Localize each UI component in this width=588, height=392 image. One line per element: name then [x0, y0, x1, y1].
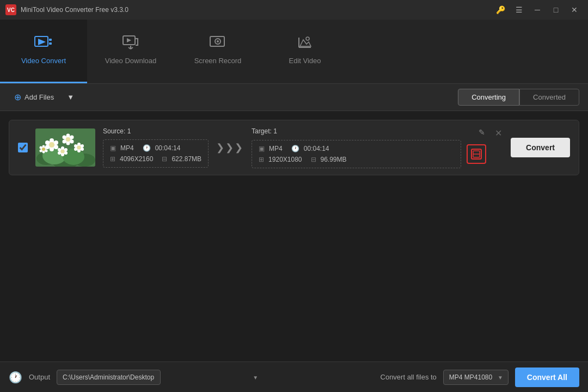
title-bar-right: 🔑 ☰ ─ □ ✕: [492, 3, 583, 16]
screen-record-icon: [209, 34, 227, 52]
tab-video-download[interactable]: Video Download: [87, 20, 174, 83]
svg-point-45: [61, 146, 64, 150]
file-close-btn[interactable]: ✕: [494, 127, 503, 139]
svg-point-23: [54, 145, 58, 149]
menu-btn[interactable]: ☰: [511, 3, 527, 16]
svg-point-55: [45, 150, 48, 152]
source-format-row: ▣ MP4 🕐 00:04:14: [110, 144, 201, 152]
svg-point-41: [74, 148, 77, 151]
output-path-select[interactable]: C:\Users\Administrator\Desktop: [57, 370, 161, 385]
svg-point-38: [81, 144, 84, 148]
svg-point-48: [61, 153, 64, 156]
edit-video-icon: [296, 34, 314, 52]
target-size-icon: ⊟: [311, 156, 316, 163]
source-label: Source: 1: [103, 127, 209, 135]
svg-point-57: [40, 150, 42, 152]
format-icon: ▣: [110, 144, 116, 152]
svg-point-37: [77, 143, 81, 146]
source-duration: 00:04:14: [155, 144, 181, 152]
source-res-row: ⊞ 4096X2160 ⊟ 622.87MB: [110, 155, 201, 163]
svg-point-21: [50, 138, 54, 143]
add-icon: ⊕: [14, 92, 21, 102]
target-settings-icon[interactable]: [467, 144, 486, 164]
res-icon: ⊞: [110, 155, 115, 163]
add-files-button[interactable]: ⊕ Add Files: [9, 89, 59, 106]
settings-svg: [471, 149, 482, 160]
svg-point-47: [64, 151, 68, 155]
main-content: Source: 1 ▣ MP4 🕐 00:04:14 ⊞ 4096X2160 ⊟…: [0, 111, 588, 362]
target-row: ▣ MP4 🕐 00:04:14 ⊞ 1920X1080 ⊟ 96.99MB: [252, 140, 486, 168]
target-size: 96.99MB: [321, 156, 347, 163]
svg-point-43: [77, 146, 81, 150]
tab-screen-record-label: Screen Record: [194, 57, 242, 65]
source-format: MP4: [120, 144, 134, 152]
target-duration: 00:04:14: [304, 145, 329, 152]
svg-point-10: [217, 40, 219, 42]
tab-screen-record[interactable]: Screen Record: [174, 20, 261, 83]
svg-point-33: [63, 140, 66, 144]
svg-point-56: [42, 151, 45, 154]
svg-point-39: [81, 148, 84, 151]
maximize-btn[interactable]: □: [548, 3, 564, 16]
minimize-btn[interactable]: ─: [529, 3, 546, 16]
svg-point-59: [42, 148, 45, 151]
target-edit-btn[interactable]: ✎: [477, 127, 486, 138]
source-resolution: 4096X2160: [120, 155, 153, 163]
target-header: Target: 1 ✎: [252, 127, 486, 138]
target-format: MP4: [269, 145, 283, 152]
svg-point-58: [40, 146, 42, 149]
tab-edit-video[interactable]: Edit Video: [261, 20, 348, 83]
converted-tab-pill[interactable]: Converted: [519, 89, 579, 106]
converting-tab-pill[interactable]: Converting: [458, 89, 519, 106]
convert-all-button[interactable]: Convert All: [515, 367, 579, 387]
target-area: Target: 1 ✎ ▣ MP4 🕐 00:04:14 ⊞ 1920X1080…: [252, 127, 486, 168]
output-label: Output: [29, 373, 50, 381]
svg-point-31: [70, 140, 74, 144]
svg-point-46: [64, 148, 68, 151]
close-btn[interactable]: ✕: [566, 3, 583, 16]
output-clock-icon: 🕐: [9, 371, 22, 384]
tab-video-convert[interactable]: Video Convert: [0, 20, 87, 83]
target-res-row: ⊞ 1920X1080 ⊟ 96.99MB: [259, 156, 454, 163]
video-convert-icon: [34, 34, 53, 52]
file-thumbnail: [35, 128, 95, 167]
svg-point-27: [49, 142, 54, 148]
add-files-dropdown-btn[interactable]: ▼: [65, 90, 76, 105]
target-clock-icon: 🕐: [291, 145, 299, 152]
file-checkbox[interactable]: [18, 143, 28, 152]
svg-point-32: [66, 142, 70, 145]
tab-edit-video-label: Edit Video: [289, 57, 321, 65]
tab-video-download-label: Video Download: [105, 57, 156, 65]
convert-all-label: Convert all files to: [381, 373, 437, 381]
svg-rect-2: [49, 42, 52, 45]
key-icon-btn[interactable]: 🔑: [492, 3, 509, 16]
svg-point-42: [74, 144, 77, 148]
title-bar: VC MiniTool Video Converter Free v3.3.0 …: [0, 0, 588, 20]
svg-point-30: [70, 136, 74, 139]
nav-bar: Video Convert Video Download Screen Reco…: [0, 20, 588, 84]
format-select[interactable]: MP4 MP41080: [443, 370, 509, 385]
svg-rect-1: [49, 39, 52, 41]
source-size: 622.87MB: [171, 155, 201, 163]
app-logo: VC: [5, 4, 16, 15]
svg-point-24: [50, 147, 54, 151]
source-info: Source: 1 ▣ MP4 🕐 00:04:14 ⊞ 4096X2160 ⊟…: [103, 127, 209, 168]
svg-point-50: [58, 148, 61, 151]
output-path-wrapper[interactable]: C:\Users\Administrator\Desktop: [57, 370, 264, 385]
svg-point-51: [61, 150, 65, 154]
bottom-bar: 🕐 Output C:\Users\Administrator\Desktop …: [0, 362, 588, 392]
target-box: ▣ MP4 🕐 00:04:14 ⊞ 1920X1080 ⊟ 96.99MB: [252, 140, 461, 168]
svg-point-22: [54, 140, 58, 145]
tab-pills: Converting Converted: [458, 89, 579, 106]
target-res-icon: ⊞: [259, 156, 264, 163]
svg-point-34: [63, 136, 66, 139]
svg-point-54: [45, 146, 48, 149]
svg-point-29: [66, 134, 70, 138]
file-card: Source: 1 ▣ MP4 🕐 00:04:14 ⊞ 4096X2160 ⊟…: [9, 120, 579, 175]
add-files-label: Add Files: [24, 93, 54, 101]
format-select-wrapper[interactable]: MP4 MP41080: [443, 370, 509, 385]
clock-icon: 🕐: [143, 144, 151, 152]
tab-video-convert-label: Video Convert: [21, 57, 66, 65]
convert-button[interactable]: Convert: [511, 138, 570, 157]
video-download-icon: [121, 34, 140, 52]
